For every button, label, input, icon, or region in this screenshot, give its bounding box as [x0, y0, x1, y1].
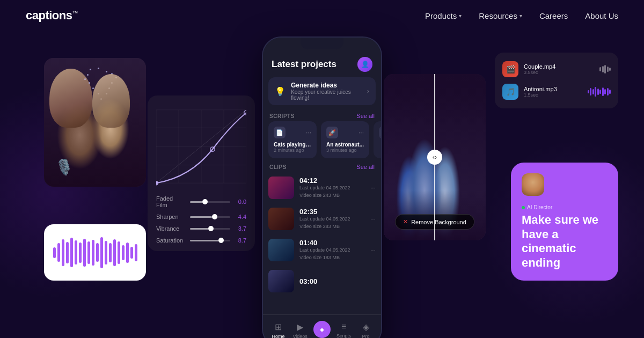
script-card[interactable]: 📝	[374, 121, 381, 158]
clip-duration: 02:35	[299, 208, 365, 216]
clip-thumbnail	[268, 270, 294, 292]
chevron-down-icon: ▾	[519, 13, 522, 19]
clip-menu-icon[interactable]: ···	[370, 184, 376, 192]
curve-editor	[156, 106, 246, 187]
remove-bg-label: Remove Background	[411, 219, 466, 225]
nav-resources[interactable]: Resources ▾	[479, 11, 522, 20]
background-remove-card: ‹› ✕ Remove Background	[384, 74, 486, 240]
logo[interactable]: captions™	[26, 9, 425, 23]
slider-value: 3.7	[235, 225, 246, 232]
clip-info: 02:35 Last update 04.05.2022 Video size …	[299, 208, 365, 230]
clip-item[interactable]: 02:35 Last update 04.05.2022 Video size …	[263, 203, 381, 234]
nav-tab-capture[interactable]: ●	[311, 321, 333, 338]
generate-ideas-banner[interactable]: 💡 Generate ideas Keep your creative juic…	[268, 77, 376, 105]
ai-label: AI Director	[527, 204, 552, 210]
clip-meta: Last update 04.05.2022 Video size 183 MB	[299, 247, 365, 261]
home-icon: ⊞	[275, 322, 282, 332]
script-name: An astronaut...	[326, 142, 364, 148]
clip-duration: 03:00	[299, 277, 376, 285]
phone-screen: Latest projects 👤 💡 Generate ideas Keep …	[263, 38, 381, 338]
nav-tab-label: Pro	[362, 334, 370, 339]
mini-waveform	[588, 86, 611, 97]
script-card-header: 🚀 ···	[326, 127, 364, 138]
slider-track[interactable]	[190, 216, 230, 218]
generate-title: Generate ideas	[291, 82, 362, 89]
phone-avatar[interactable]: 👤	[357, 57, 372, 72]
slider-faded-film: Faded Film 0.0	[156, 195, 246, 208]
clip-meta: Last update 04.05.2022 Video size 243 MB	[299, 185, 365, 199]
scripts-section-header: SCRIPTS See all	[263, 107, 381, 121]
phone-header: Latest projects 👤	[263, 53, 381, 75]
phone-mockup: Latest projects 👤 💡 Generate ideas Keep …	[262, 36, 382, 338]
script-menu-dots[interactable]: ···	[358, 129, 364, 136]
main-content: 🎙️	[0, 31, 644, 338]
clip-menu-icon[interactable]: ···	[370, 246, 376, 254]
script-icon: 🚀	[326, 127, 338, 138]
slider-track[interactable]	[190, 240, 230, 241]
scripts-label: SCRIPTS	[269, 113, 295, 119]
clip-thumbnail	[268, 239, 294, 261]
ai-badge	[522, 173, 608, 196]
audio-file-size: 3.5sec	[524, 70, 555, 75]
ai-director-card: AI Director Make sure we have a cinemati…	[511, 163, 618, 281]
nav-about[interactable]: About Us	[585, 11, 618, 20]
script-card-header: 📝	[379, 127, 381, 138]
slider-label: Saturation	[156, 237, 186, 244]
slider-track[interactable]	[190, 201, 230, 203]
audio-file-info: Couple.mp4 3.5sec	[524, 63, 555, 75]
nav-tab-label: Scripts	[336, 333, 352, 338]
curve-svg	[156, 106, 246, 187]
nav-tab-videos[interactable]: ▶ Videos	[289, 322, 311, 339]
nav-careers[interactable]: Careers	[539, 11, 568, 20]
slider-label: Sharpen	[156, 214, 186, 220]
video-icon: ▶	[297, 322, 303, 332]
nav-tab-pro[interactable]: ◈ Pro	[355, 322, 377, 339]
clip-info: 03:00	[299, 277, 376, 285]
audio-waveform-card	[44, 224, 146, 281]
scripts-see-all[interactable]: See all	[356, 113, 375, 119]
clip-item[interactable]: 03:00	[263, 266, 381, 297]
online-indicator	[522, 206, 525, 209]
nav-tab-home[interactable]: ⊞ Home	[267, 322, 289, 339]
audio-file-name: Couple.mp4	[524, 63, 555, 70]
left-photo-card: 🎙️	[44, 58, 146, 187]
clips-label: CLIPS	[269, 164, 287, 170]
generate-text: Generate ideas Keep your creative juices…	[291, 82, 362, 101]
script-menu-dots[interactable]: ···	[306, 129, 311, 136]
script-card-header: 📄 ···	[274, 127, 311, 138]
audio-files-card: 🎬 Couple.mp4 3.5sec 🎵 Antironi.mp3 1.5se…	[495, 53, 618, 108]
script-card[interactable]: 🚀 ··· An astronaut... 3 minutes ago	[321, 121, 369, 158]
clip-menu-icon[interactable]: ···	[370, 215, 376, 223]
nav-links: Products ▾ Resources ▾ Careers About Us	[425, 11, 618, 20]
script-card[interactable]: 📄 ··· Cats playing card... 2 minutes ago	[268, 121, 317, 158]
nav-tab-scripts[interactable]: ≡ Scripts	[333, 322, 355, 338]
clip-item[interactable]: 04:12 Last update 04.05.2022 Video size …	[263, 172, 381, 203]
nav-products[interactable]: Products ▾	[425, 11, 462, 20]
navigation: captions™ Products ▾ Resources ▾ Careers…	[0, 0, 644, 31]
clip-item[interactable]: 01:40 Last update 04.05.2022 Video size …	[263, 234, 381, 266]
slider-divider: ‹›	[434, 74, 435, 240]
script-icon: 📄	[274, 127, 286, 138]
audio-file-thumbnail: 🎵	[502, 84, 518, 100]
slider-label: Faded Film	[156, 195, 186, 208]
curve-card: Faded Film 0.0 Sharpen 4.4 Vibrance 3.7	[148, 95, 255, 251]
slider-value: 4.4	[235, 214, 246, 220]
generate-subtitle: Keep your creative juices flowing!	[291, 89, 362, 101]
close-icon: ✕	[403, 218, 408, 225]
slider-sharpen: Sharpen 4.4	[156, 214, 246, 220]
capture-icon: ●	[313, 321, 331, 338]
clips-see-all[interactable]: See all	[356, 164, 375, 170]
clip-thumbnail	[268, 177, 294, 199]
clips-section-header: CLIPS See all	[263, 158, 381, 172]
slider-track[interactable]	[190, 228, 230, 230]
photo-image: 🎙️	[44, 58, 146, 187]
script-name: Cats playing card...	[274, 142, 311, 148]
clip-info: 01:40 Last update 04.05.2022 Video size …	[299, 239, 365, 261]
pro-icon: ◈	[363, 322, 369, 332]
chevron-down-icon: ▾	[459, 13, 462, 19]
slider-value: 0.0	[235, 199, 246, 205]
script-time: 2 minutes ago	[274, 148, 311, 153]
phone-bottom-nav: ⊞ Home ▶ Videos ● ≡ Scripts ◈ Pro	[263, 314, 381, 338]
ai-avatar-face	[522, 173, 544, 196]
slider-handle-circle[interactable]: ‹›	[427, 150, 442, 165]
